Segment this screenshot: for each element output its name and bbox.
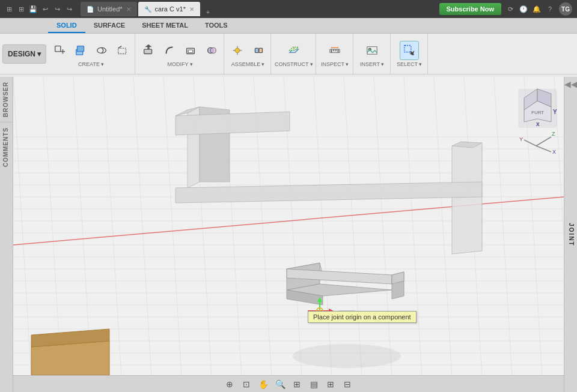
tab-cara-close[interactable]: ✕ (189, 6, 194, 13)
svg-rect-22 (259, 48, 263, 52)
title-bar-right: Subscribe Now ⟳ 🕐 🔔 ? TG (439, 2, 572, 16)
svg-text:FURT: FURT (531, 110, 544, 115)
svg-rect-6 (118, 48, 126, 53)
select-icons (400, 41, 419, 60)
svg-point-5 (97, 47, 106, 53)
revolve-btn[interactable] (92, 41, 111, 60)
design-chevron-icon: ▾ (37, 50, 41, 58)
modify-icons (139, 41, 221, 60)
svg-text:Z: Z (552, 131, 555, 137)
insert-image-btn[interactable] (362, 41, 382, 60)
save-icon[interactable]: 💾 (29, 5, 37, 13)
create-icons (50, 41, 132, 60)
tab-add-icon[interactable]: + (204, 8, 212, 16)
grid-icon[interactable]: ⊞ (17, 5, 25, 13)
assemble-label[interactable]: ASSEMBLE ▾ (231, 61, 265, 67)
joint-origin-tooltip: Place joint origin on a component (308, 311, 417, 323)
select-btn[interactable] (400, 41, 419, 60)
svg-point-15 (210, 47, 216, 53)
svg-rect-35 (405, 45, 411, 52)
undo-icon[interactable]: ↩ (41, 5, 49, 13)
assemble-arrow-icon: ▾ (261, 61, 264, 67)
insert-icons (362, 41, 382, 60)
display-mode-icon[interactable]: ▤ (308, 378, 320, 390)
svg-marker-10 (146, 44, 150, 46)
app-menu-icon[interactable]: ⊞ (5, 5, 13, 13)
measure-btn[interactable] (325, 41, 344, 60)
tab-untitled-icon: 📄 (87, 6, 94, 13)
redo2-icon[interactable]: ↪ (65, 5, 73, 13)
fit-all-icon[interactable]: ⊞ (291, 378, 303, 390)
tab-untitled-close[interactable]: ✕ (126, 6, 131, 13)
bell-icon[interactable]: 🔔 (533, 5, 541, 13)
insert-group: INSERT ▾ (355, 34, 391, 74)
modify-group: MODIFY ▾ (136, 34, 224, 74)
sync-icon[interactable]: ⟳ (506, 5, 514, 13)
select-group: SELECT ▾ (392, 34, 428, 74)
subscribe-button[interactable]: Subscribe Now (439, 3, 501, 15)
construct-icons (284, 41, 304, 60)
svg-marker-82 (452, 143, 482, 254)
select-label[interactable]: SELECT ▾ (397, 61, 422, 67)
bottom-bar: ⊕ ⊡ ✋ 🔍 ⊞ ▤ ⊞ ⊟ (0, 375, 577, 392)
fillet-btn[interactable] (160, 41, 179, 60)
assemble-group: ASSEMBLE ▾ (225, 34, 271, 74)
comments-label[interactable]: COMMENTS (0, 122, 13, 172)
grid-icon[interactable]: ⊞ (325, 378, 337, 390)
create-group: CREATE ▾ (47, 34, 135, 74)
tab-list: 📄 Untitled* ✕ 🔧 cara C v1* ✕ + (76, 2, 437, 16)
orbit-icon[interactable]: ⊕ (224, 378, 236, 390)
inspect-arrow-icon: ▾ (346, 61, 349, 67)
offset-plane-btn[interactable] (284, 41, 304, 60)
pan-icon[interactable]: ✋ (257, 378, 269, 390)
inspect-label[interactable]: INSPECT ▾ (321, 61, 349, 67)
construct-group: CONSTRUCT ▾ (272, 34, 316, 74)
redo-icon[interactable]: ↪ (53, 5, 61, 13)
tab-untitled-label: Untitled* (97, 5, 123, 13)
svg-point-16 (235, 48, 239, 52)
tab-sheet-metal[interactable]: SHEET METAL (133, 18, 197, 33)
tab-solid[interactable]: SOLID (48, 18, 85, 33)
fit-icon[interactable]: ⊡ (240, 378, 252, 390)
clock-icon[interactable]: 🕐 (519, 5, 528, 13)
user-avatar[interactable]: TG (559, 2, 572, 16)
window-controls: ⊞ ⊞ 💾 ↩ ↪ ↪ (5, 5, 73, 13)
svg-rect-13 (188, 50, 192, 53)
shell-btn[interactable] (181, 41, 200, 60)
zoom-icon[interactable]: 🔍 (274, 378, 286, 390)
sketch-btn[interactable] (113, 41, 132, 60)
joint-btn[interactable] (228, 41, 247, 60)
canvas-area[interactable]: Y x FURT Z X Y Place joint origin on a c… (13, 77, 564, 375)
tab-surface[interactable]: SURFACE (85, 18, 134, 33)
svg-rect-9 (144, 49, 152, 53)
browser-label[interactable]: BROWSER (0, 77, 13, 122)
modify-arrow-icon: ▾ (190, 61, 193, 67)
tab-cara[interactable]: 🔧 cara C v1* ✕ (138, 2, 200, 16)
new-component-btn[interactable] (50, 41, 69, 60)
tool-row: DESIGN ▾ (0, 34, 577, 74)
create-arrow-icon: ▾ (101, 61, 104, 67)
tool-tab-row: SOLID SURFACE SHEET METAL TOOLS (0, 18, 577, 34)
combine-btn[interactable] (202, 41, 221, 60)
design-dropdown[interactable]: DESIGN ▾ (2, 44, 46, 64)
3d-viewport: Y x FURT Z X Y (13, 77, 564, 375)
construct-label[interactable]: CONSTRUCT ▾ (275, 61, 313, 67)
modify-label[interactable]: MODIFY ▾ (168, 61, 193, 67)
insert-label[interactable]: INSERT ▾ (360, 61, 384, 67)
extrude-btn[interactable] (71, 41, 90, 60)
tab-untitled[interactable]: 📄 Untitled* ✕ (81, 2, 137, 16)
svg-rect-21 (255, 48, 259, 52)
svg-point-103 (293, 344, 401, 368)
tab-tools[interactable]: TOOLS (197, 18, 236, 33)
svg-text:Y: Y (519, 136, 523, 142)
help-icon[interactable]: ? (546, 5, 554, 13)
svg-text:x: x (536, 121, 540, 127)
create-label[interactable]: CREATE ▾ (78, 61, 104, 67)
as-built-joint-btn[interactable] (249, 41, 268, 60)
grid-settings-icon[interactable]: ⊟ (341, 378, 353, 390)
svg-text:X: X (552, 149, 556, 155)
construct-arrow-icon: ▾ (310, 61, 313, 67)
design-label: DESIGN (8, 50, 35, 58)
press-pull-btn[interactable] (139, 41, 158, 60)
collapse-panel-icon[interactable]: ◀◀ (564, 77, 578, 91)
